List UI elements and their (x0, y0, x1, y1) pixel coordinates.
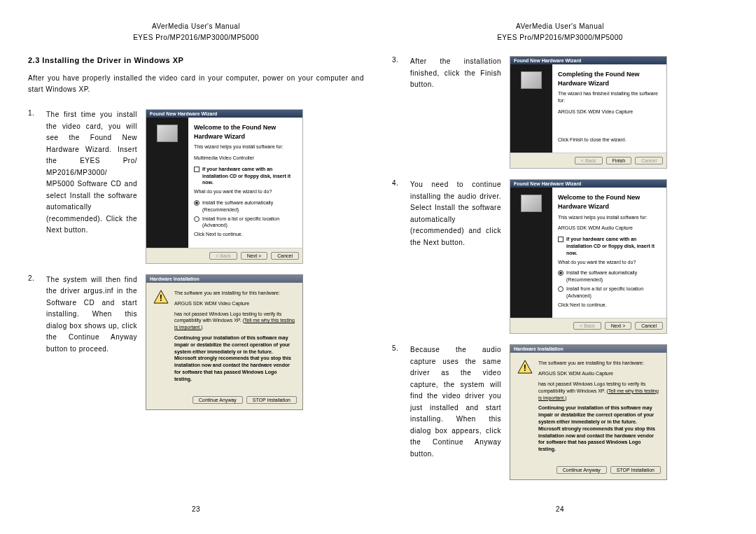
step-1: 1. The first time you install the video … (28, 109, 364, 264)
back-button[interactable]: < Back (573, 322, 601, 330)
step-text: You need to continue installing the audi… (410, 179, 501, 248)
step-5: 5. Because the audio capture uses the sa… (392, 344, 728, 480)
wizard-screenshot-welcome-audio: Found New Hardware Wizard Welcome to the… (510, 179, 667, 334)
wizard-sidebar (510, 188, 552, 318)
header-subtitle: EYES Pro/MP2016/MP3000/MP5000 (392, 32, 728, 43)
wizard-what-do: What do you want the wizard to do? (194, 188, 297, 195)
wizard-click-next: Click Next to continue. (194, 231, 297, 238)
svg-text:!: ! (524, 363, 526, 374)
wizard-finished-dev: ARGUS SDK WDM Video Capture (558, 108, 661, 115)
hw-titlebar: Hardware Installation (510, 345, 666, 353)
step-number: 4. (392, 179, 402, 187)
page-left: AVerMedia User's Manual EYES Pro/MP2016/… (28, 21, 364, 513)
cd-icon (194, 167, 200, 172)
hardware-icon (157, 125, 178, 142)
hw-line1: The software you are installing for this… (174, 290, 295, 297)
cancel-button[interactable]: Cancel (271, 252, 299, 260)
header-title: AVerMedia User's Manual (28, 21, 364, 32)
wizard-heading: Completing the Found New Hardware Wizard (558, 70, 661, 87)
radio-list[interactable] (194, 216, 200, 222)
wizard-helps: This wizard helps you install software f… (558, 214, 661, 221)
hw-device: ARGUS SDK WDM Video Capture (174, 300, 295, 307)
cancel-button[interactable]: Cancel (635, 322, 663, 330)
step-text: Because the audio capture uses the same … (410, 344, 501, 460)
step-number: 5. (392, 344, 402, 352)
wizard-titlebar: Found New Hardware Wizard (146, 110, 302, 118)
header-left: AVerMedia User's Manual EYES Pro/MP2016/… (28, 21, 364, 43)
wizard-sidebar (146, 118, 188, 248)
hardware-install-screenshot-video: Hardware Installation ! The software you… (146, 274, 303, 410)
hw-warning-text: Continuing your installation of this sof… (174, 335, 295, 383)
header-title: AVerMedia User's Manual (392, 21, 728, 32)
svg-text:!: ! (160, 293, 162, 303)
wizard-heading: Welcome to the Found New Hardware Wizard (558, 193, 661, 211)
opt-auto: Install the software automatically (Reco… (202, 199, 297, 213)
wizard-titlebar: Found New Hardware Wizard (510, 57, 666, 64)
step-number: 3. (392, 56, 402, 64)
page-right: AVerMedia User's Manual EYES Pro/MP2016/… (392, 21, 728, 513)
hw-device: ARGUS SDK WDM Audio Capture (538, 370, 659, 377)
wizard-click-next: Click Next to continue. (558, 302, 661, 309)
wizard-finished-text: The wizard has finished installing the s… (558, 90, 661, 104)
intro-text: After you have properly installed the vi… (28, 73, 364, 95)
hardware-icon (521, 195, 542, 212)
step-3: 3. After the installation finished, clic… (392, 56, 728, 169)
wizard-click-finish: Click Finish to close the wizard. (558, 136, 661, 143)
warning-icon: ! (517, 360, 533, 374)
page-number: 23 (28, 498, 364, 513)
hw-titlebar: Hardware Installation (146, 275, 302, 283)
continue-anyway-button[interactable]: Continue Anyway (192, 396, 243, 404)
step-text: After the installation finished, click t… (410, 56, 501, 91)
wizard-screenshot-finish: Found New Hardware Wizard Completing the… (510, 56, 667, 169)
wizard-helps: This wizard helps you install software f… (194, 143, 297, 150)
cd-icon (558, 237, 564, 242)
wizard-cd-hint: If your hardware came with an installati… (202, 166, 297, 186)
radio-list[interactable] (558, 286, 564, 292)
hw-line1: The software you are installing for this… (538, 360, 659, 367)
section-title: 2.3 Installing the Driver in Windows XP (28, 56, 364, 64)
step-4: 4. You need to continue installing the a… (392, 179, 728, 334)
wizard-screenshot-welcome-video: Found New Hardware Wizard Welcome to the… (146, 109, 303, 264)
step-text: The system will then find the driver arg… (46, 274, 137, 356)
next-button[interactable]: Next > (241, 252, 267, 260)
header-right: AVerMedia User's Manual EYES Pro/MP2016/… (392, 21, 728, 43)
wizard-device: Multimedia Video Controller (194, 155, 297, 162)
opt-list: Install from a list or specific location… (202, 216, 297, 230)
radio-auto[interactable] (558, 270, 564, 276)
hw-warning-text: Continuing your installation of this sof… (538, 405, 659, 453)
hw-logo: has not passed Windows Logo testing to v… (174, 311, 295, 331)
hw-logo: has not passed Windows Logo testing to v… (538, 381, 659, 401)
opt-auto: Install the software automatically (Reco… (566, 269, 661, 283)
cancel-button[interactable]: Cancel (635, 157, 663, 164)
step-2: 2. The system will then find the driver … (28, 274, 364, 410)
hardware-install-screenshot-audio: Hardware Installation ! The software you… (510, 344, 667, 480)
stop-installation-button[interactable]: STOP Installation (246, 396, 297, 404)
wizard-what-do: What do you want the wizard to do? (558, 259, 661, 266)
page-number: 24 (392, 498, 728, 513)
radio-auto[interactable] (194, 200, 200, 206)
back-button[interactable]: < Back (209, 252, 237, 260)
wizard-cd-hint: If your hardware came with an installati… (566, 236, 661, 256)
next-button[interactable]: Next > (605, 322, 631, 330)
stop-installation-button[interactable]: STOP Installation (610, 466, 661, 474)
hardware-icon (521, 71, 542, 89)
step-text: The first time you install the video car… (46, 109, 137, 237)
step-number: 1. (28, 109, 38, 117)
wizard-device: ARGUS SDK WDM Audio Capture (558, 225, 661, 232)
back-button[interactable]: < Back (575, 157, 603, 164)
opt-list: Install from a list or specific location… (566, 286, 661, 300)
finish-button[interactable]: Finish (606, 157, 632, 164)
wizard-heading: Welcome to the Found New Hardware Wizard (194, 123, 297, 141)
header-subtitle: EYES Pro/MP2016/MP3000/MP5000 (28, 32, 364, 43)
continue-anyway-button[interactable]: Continue Anyway (556, 466, 607, 474)
wizard-sidebar (510, 64, 552, 153)
step-number: 2. (28, 274, 38, 282)
warning-icon: ! (153, 290, 169, 304)
wizard-titlebar: Found New Hardware Wizard (510, 180, 666, 188)
